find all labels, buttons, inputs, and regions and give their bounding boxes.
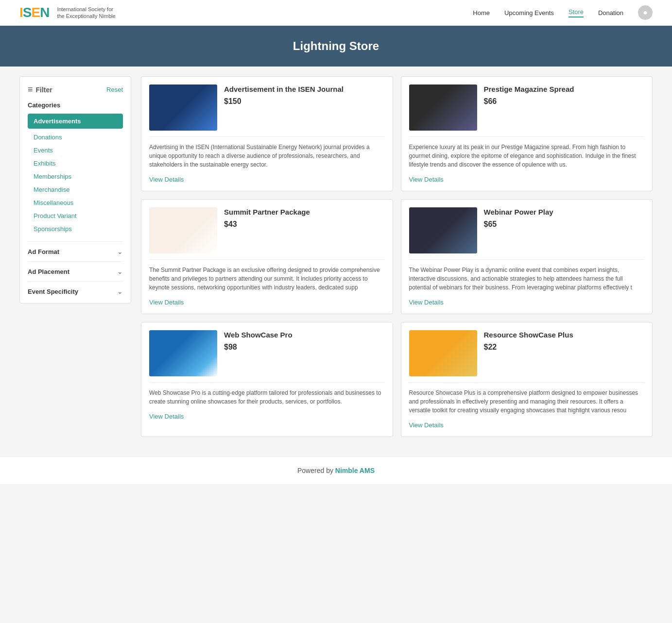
logo-letter-i: I: [19, 5, 23, 20]
product-divider: [149, 382, 385, 383]
product-description: The Webinar Power Play is a dynamic onli…: [409, 266, 645, 292]
product-image: [149, 207, 217, 253]
product-card: Web ShowCase Pro $98 Web Showcase Pro is…: [141, 322, 393, 437]
product-card: Webinar Power Play $65 The Webinar Power…: [401, 199, 653, 314]
logo-area: ISEN International Society for the Excep…: [19, 5, 120, 20]
sidebar-category-item[interactable]: Miscellaneous: [28, 196, 123, 209]
product-info: Resource ShowCase Plus $22: [484, 330, 645, 354]
product-title: Summit Partner Package: [224, 207, 385, 217]
filter-section[interactable]: Event Specificity ⌄: [28, 281, 123, 295]
logo: ISEN: [19, 5, 49, 20]
filter-icon: ≡: [28, 84, 33, 95]
header: ISEN International Society for the Excep…: [0, 0, 672, 26]
product-description: Web Showcase Pro is a cutting-edge platf…: [149, 388, 385, 406]
product-image: [149, 330, 217, 376]
nav-upcoming-events[interactable]: Upcoming Events: [504, 9, 554, 17]
chevron-down-icon: ⌄: [117, 268, 123, 275]
product-price: $66: [484, 97, 645, 106]
product-divider: [149, 259, 385, 260]
view-details-link[interactable]: View Details: [149, 299, 385, 306]
footer: Powered by Nimble AMS: [0, 456, 672, 484]
product-top: Advertisement in the ISEN Journal $150: [149, 84, 385, 131]
product-info: Web ShowCase Pro $98: [224, 330, 385, 354]
category-list: DonationsEventsExhibitsMembershipsMercha…: [28, 131, 123, 236]
product-description: Resource Showcase Plus is a comprehensiv…: [409, 388, 645, 415]
logo-letter-s: S: [23, 5, 32, 20]
filter-sections: Ad Format ⌄ Ad Placement ⌄ Event Specifi…: [28, 241, 123, 295]
product-card: Prestige Magazine Spread $66 Experience …: [401, 76, 653, 191]
reset-button[interactable]: Reset: [106, 86, 123, 93]
product-info: Summit Partner Package $43: [224, 207, 385, 232]
product-info: Advertisement in the ISEN Journal $150: [224, 84, 385, 109]
sidebar-category-item[interactable]: Sponsorships: [28, 222, 123, 236]
product-card: Advertisement in the ISEN Journal $150 A…: [141, 76, 393, 191]
footer-text: Powered by: [297, 467, 335, 474]
products-area: Advertisement in the ISEN Journal $150 A…: [141, 76, 653, 437]
view-details-link[interactable]: View Details: [409, 176, 645, 183]
sidebar-category-item[interactable]: Exhibits: [28, 157, 123, 170]
hero-banner: Lightning Store: [0, 26, 672, 67]
nav-store[interactable]: Store: [569, 8, 584, 17]
product-card: Resource ShowCase Plus $22 Resource Show…: [401, 322, 653, 437]
filter-text: Filter: [36, 86, 52, 94]
filter-section-label: Ad Placement: [28, 268, 69, 275]
view-details-link[interactable]: View Details: [409, 299, 645, 306]
product-image: [149, 84, 217, 131]
product-image: [409, 207, 477, 253]
view-details-link[interactable]: View Details: [409, 421, 645, 429]
product-description: The Summit Partner Package is an exclusi…: [149, 266, 385, 292]
view-details-link[interactable]: View Details: [149, 176, 385, 183]
product-price: $22: [484, 343, 645, 352]
product-divider: [149, 136, 385, 137]
product-top: Web ShowCase Pro $98: [149, 330, 385, 376]
product-image: [409, 84, 477, 131]
chevron-down-icon: ⌄: [117, 287, 123, 295]
hero-title: Lightning Store: [293, 39, 379, 52]
main-layout: ≡ Filter Reset Categories Advertisements…: [0, 67, 672, 447]
sidebar-category-item[interactable]: Events: [28, 144, 123, 157]
product-top: Webinar Power Play $65: [409, 207, 645, 253]
product-title: Advertisement in the ISEN Journal: [224, 84, 385, 94]
product-divider: [409, 259, 645, 260]
product-description: Advertising in the ISEN (International S…: [149, 143, 385, 169]
product-price: $65: [484, 220, 645, 229]
product-title: Web ShowCase Pro: [224, 330, 385, 340]
product-description: Experience luxury at its peak in our Pre…: [409, 143, 645, 169]
filter-section-label: Ad Format: [28, 248, 59, 255]
product-title: Webinar Power Play: [484, 207, 645, 217]
logo-subtitle: International Society for the Exceptiona…: [57, 6, 120, 20]
nav-home[interactable]: Home: [473, 9, 490, 17]
product-price: $43: [224, 220, 385, 229]
product-title: Resource ShowCase Plus: [484, 330, 645, 340]
sidebar-category-item[interactable]: Memberships: [28, 170, 123, 183]
filter-section[interactable]: Ad Placement ⌄: [28, 261, 123, 275]
categories-title: Categories: [28, 101, 123, 109]
products-grid: Advertisement in the ISEN Journal $150 A…: [141, 76, 653, 437]
chevron-down-icon: ⌄: [117, 248, 123, 255]
product-info: Prestige Magazine Spread $66: [484, 84, 645, 109]
category-active[interactable]: Advertisements: [28, 114, 123, 129]
view-details-link[interactable]: View Details: [149, 413, 385, 420]
footer-brand: Nimble AMS: [335, 467, 375, 474]
user-avatar[interactable]: ●: [638, 5, 653, 20]
product-top: Resource ShowCase Plus $22: [409, 330, 645, 376]
product-divider: [409, 136, 645, 137]
sidebar-category-item[interactable]: Product Variant: [28, 209, 123, 222]
product-divider: [409, 382, 645, 383]
logo-letter-n: N: [40, 5, 49, 20]
filter-header: ≡ Filter Reset: [28, 84, 123, 95]
filter-label: ≡ Filter: [28, 84, 52, 95]
product-price: $150: [224, 97, 385, 106]
product-top: Summit Partner Package $43: [149, 207, 385, 253]
sidebar-category-item[interactable]: Donations: [28, 131, 123, 144]
filter-section[interactable]: Ad Format ⌄: [28, 241, 123, 255]
product-card: Summit Partner Package $43 The Summit Pa…: [141, 199, 393, 314]
sidebar-category-item[interactable]: Merchandise: [28, 183, 123, 196]
product-top: Prestige Magazine Spread $66: [409, 84, 645, 131]
filter-section-label: Event Specificity: [28, 288, 78, 295]
sidebar: ≡ Filter Reset Categories Advertisements…: [19, 76, 131, 303]
product-title: Prestige Magazine Spread: [484, 84, 645, 94]
nav-donation[interactable]: Donation: [598, 9, 623, 17]
logo-letter-e: E: [31, 5, 40, 20]
product-price: $98: [224, 343, 385, 352]
